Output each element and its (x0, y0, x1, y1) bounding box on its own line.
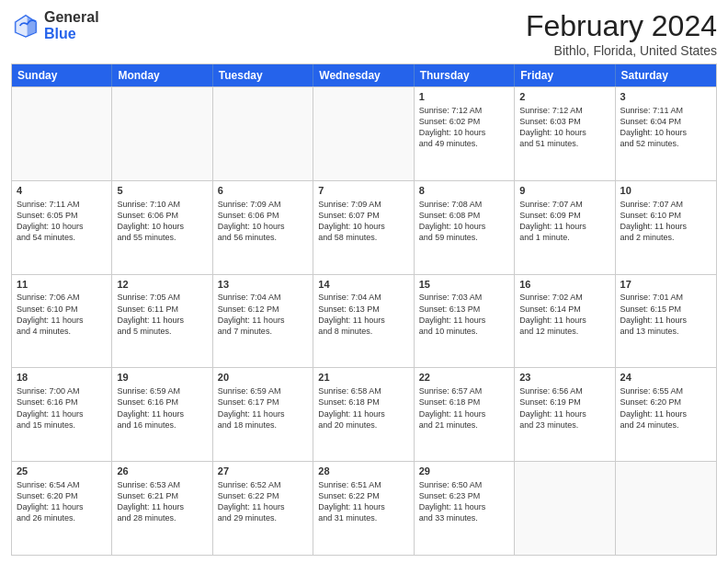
logo: General Blue (11, 9, 99, 41)
cell-info: Sunrise: 7:00 AM Sunset: 6:16 PM Dayligh… (17, 385, 107, 431)
calendar-header: SundayMondayTuesdayWednesdayThursdayFrid… (12, 64, 716, 86)
calendar-cell: 4Sunrise: 7:11 AM Sunset: 6:05 PM Daylig… (12, 181, 112, 274)
calendar-body: 1Sunrise: 7:12 AM Sunset: 6:02 PM Daylig… (12, 86, 716, 555)
cell-info: Sunrise: 7:02 AM Sunset: 6:14 PM Dayligh… (519, 292, 609, 337)
cell-info: Sunrise: 6:53 AM Sunset: 6:21 PM Dayligh… (117, 479, 207, 524)
calendar-cell: 16Sunrise: 7:02 AM Sunset: 6:14 PM Dayli… (515, 275, 615, 368)
cell-day-number: 22 (419, 371, 509, 385)
cell-info: Sunrise: 7:11 AM Sunset: 6:04 PM Dayligh… (620, 105, 711, 150)
cell-info: Sunrise: 7:06 AM Sunset: 6:10 PM Dayligh… (17, 292, 107, 337)
calendar-cell: 7Sunrise: 7:09 AM Sunset: 6:07 PM Daylig… (313, 181, 414, 274)
cell-day-number: 15 (419, 278, 509, 292)
calendar-cell: 8Sunrise: 7:08 AM Sunset: 6:08 PM Daylig… (415, 181, 515, 274)
calendar-cell (213, 87, 313, 180)
calendar-cell: 27Sunrise: 6:52 AM Sunset: 6:22 PM Dayli… (213, 462, 313, 555)
calendar-cell: 26Sunrise: 6:53 AM Sunset: 6:21 PM Dayli… (112, 462, 212, 555)
calendar-cell: 11Sunrise: 7:06 AM Sunset: 6:10 PM Dayli… (12, 275, 112, 368)
cell-day-number: 20 (218, 371, 308, 385)
cell-day-number: 10 (620, 184, 711, 198)
cell-day-number: 8 (419, 184, 509, 198)
cell-info: Sunrise: 6:55 AM Sunset: 6:20 PM Dayligh… (620, 385, 711, 431)
calendar-cell (515, 462, 615, 555)
cell-day-number: 3 (620, 90, 711, 104)
cell-day-number: 5 (117, 184, 207, 198)
cell-day-number: 28 (318, 465, 408, 478)
cell-info: Sunrise: 7:04 AM Sunset: 6:12 PM Dayligh… (218, 292, 308, 337)
calendar-cell: 10Sunrise: 7:07 AM Sunset: 6:10 PM Dayli… (616, 181, 716, 274)
header: General Blue February 2024 Bithlo, Flori… (11, 9, 717, 58)
logo-general: General (44, 9, 99, 26)
calendar-cell: 3Sunrise: 7:11 AM Sunset: 6:04 PM Daylig… (616, 87, 716, 180)
calendar-cell (616, 462, 716, 555)
page: General Blue February 2024 Bithlo, Flori… (0, 0, 728, 563)
cell-day-number: 14 (318, 278, 408, 292)
calendar-cell: 22Sunrise: 6:57 AM Sunset: 6:18 PM Dayli… (415, 368, 515, 461)
location: Bithlo, Florida, United States (526, 43, 717, 58)
cell-info: Sunrise: 6:59 AM Sunset: 6:16 PM Dayligh… (117, 385, 207, 431)
cell-day-number: 16 (519, 278, 609, 292)
day-header-monday: Monday (112, 64, 212, 86)
calendar-cell: 21Sunrise: 6:58 AM Sunset: 6:18 PM Dayli… (313, 368, 414, 461)
day-header-sunday: Sunday (12, 64, 112, 86)
day-header-wednesday: Wednesday (313, 64, 414, 86)
day-header-thursday: Thursday (415, 64, 515, 86)
cell-info: Sunrise: 6:51 AM Sunset: 6:22 PM Dayligh… (318, 479, 408, 524)
calendar-cell: 15Sunrise: 7:03 AM Sunset: 6:13 PM Dayli… (415, 275, 515, 368)
calendar-cell: 28Sunrise: 6:51 AM Sunset: 6:22 PM Dayli… (313, 462, 414, 555)
calendar-cell: 9Sunrise: 7:07 AM Sunset: 6:09 PM Daylig… (515, 181, 615, 274)
calendar-week-5: 25Sunrise: 6:54 AM Sunset: 6:20 PM Dayli… (12, 461, 716, 555)
cell-info: Sunrise: 7:12 AM Sunset: 6:03 PM Dayligh… (519, 105, 609, 150)
calendar-cell: 1Sunrise: 7:12 AM Sunset: 6:02 PM Daylig… (415, 87, 515, 180)
calendar-cell: 12Sunrise: 7:05 AM Sunset: 6:11 PM Dayli… (112, 275, 212, 368)
cell-info: Sunrise: 7:11 AM Sunset: 6:05 PM Dayligh… (17, 199, 107, 244)
calendar-cell: 13Sunrise: 7:04 AM Sunset: 6:12 PM Dayli… (213, 275, 313, 368)
calendar-cell: 14Sunrise: 7:04 AM Sunset: 6:13 PM Dayli… (313, 275, 414, 368)
logo-blue: Blue (44, 26, 99, 42)
cell-day-number: 7 (318, 184, 408, 198)
cell-info: Sunrise: 7:05 AM Sunset: 6:11 PM Dayligh… (117, 292, 207, 337)
cell-info: Sunrise: 6:59 AM Sunset: 6:17 PM Dayligh… (218, 385, 308, 431)
calendar-cell: 20Sunrise: 6:59 AM Sunset: 6:17 PM Dayli… (213, 368, 313, 461)
calendar-cell (112, 87, 212, 180)
cell-day-number: 4 (17, 184, 107, 198)
cell-info: Sunrise: 6:56 AM Sunset: 6:19 PM Dayligh… (519, 385, 609, 431)
calendar-week-2: 4Sunrise: 7:11 AM Sunset: 6:05 PM Daylig… (12, 180, 716, 274)
calendar-cell: 23Sunrise: 6:56 AM Sunset: 6:19 PM Dayli… (515, 368, 615, 461)
cell-day-number: 19 (117, 371, 207, 385)
cell-info: Sunrise: 7:10 AM Sunset: 6:06 PM Dayligh… (117, 199, 207, 244)
title-block: February 2024 Bithlo, Florida, United St… (526, 9, 717, 58)
cell-info: Sunrise: 7:09 AM Sunset: 6:06 PM Dayligh… (218, 199, 308, 244)
cell-info: Sunrise: 6:57 AM Sunset: 6:18 PM Dayligh… (419, 385, 509, 431)
cell-info: Sunrise: 7:12 AM Sunset: 6:02 PM Dayligh… (419, 105, 509, 150)
cell-info: Sunrise: 7:04 AM Sunset: 6:13 PM Dayligh… (318, 292, 408, 337)
cell-day-number: 26 (117, 465, 207, 478)
calendar-cell: 29Sunrise: 6:50 AM Sunset: 6:23 PM Dayli… (415, 462, 515, 555)
calendar-cell: 24Sunrise: 6:55 AM Sunset: 6:20 PM Dayli… (616, 368, 716, 461)
cell-day-number: 12 (117, 278, 207, 292)
calendar-week-4: 18Sunrise: 7:00 AM Sunset: 6:16 PM Dayli… (12, 367, 716, 461)
cell-day-number: 24 (620, 371, 711, 385)
day-header-tuesday: Tuesday (213, 64, 313, 86)
cell-day-number: 1 (419, 90, 509, 104)
cell-day-number: 25 (17, 465, 107, 478)
calendar-cell: 17Sunrise: 7:01 AM Sunset: 6:15 PM Dayli… (616, 275, 716, 368)
cell-day-number: 2 (519, 90, 609, 104)
calendar-cell: 19Sunrise: 6:59 AM Sunset: 6:16 PM Dayli… (112, 368, 212, 461)
cell-info: Sunrise: 7:07 AM Sunset: 6:10 PM Dayligh… (620, 199, 711, 244)
cell-info: Sunrise: 6:50 AM Sunset: 6:23 PM Dayligh… (419, 479, 509, 524)
calendar-cell: 18Sunrise: 7:00 AM Sunset: 6:16 PM Dayli… (12, 368, 112, 461)
calendar-cell: 5Sunrise: 7:10 AM Sunset: 6:06 PM Daylig… (112, 181, 212, 274)
month-title: February 2024 (526, 9, 717, 43)
calendar-cell: 2Sunrise: 7:12 AM Sunset: 6:03 PM Daylig… (515, 87, 615, 180)
logo-icon (11, 11, 40, 40)
calendar-cell: 25Sunrise: 6:54 AM Sunset: 6:20 PM Dayli… (12, 462, 112, 555)
day-header-friday: Friday (515, 64, 615, 86)
day-header-saturday: Saturday (616, 64, 716, 86)
cell-day-number: 21 (318, 371, 408, 385)
cell-info: Sunrise: 6:52 AM Sunset: 6:22 PM Dayligh… (218, 479, 308, 524)
cell-day-number: 29 (419, 465, 509, 478)
calendar-cell (12, 87, 112, 180)
cell-day-number: 23 (519, 371, 609, 385)
cell-info: Sunrise: 7:07 AM Sunset: 6:09 PM Dayligh… (519, 199, 609, 244)
logo-text: General Blue (44, 9, 99, 41)
